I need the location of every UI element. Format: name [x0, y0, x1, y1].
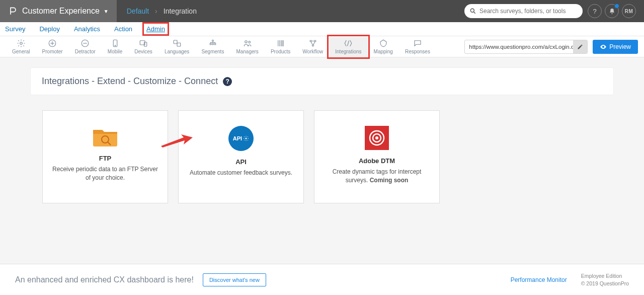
topbar: Customer Experience ▼ Default › Integrat…	[0, 0, 644, 22]
tab-deploy[interactable]: Deploy	[39, 25, 59, 33]
tab-analytics[interactable]: Analytics	[74, 25, 100, 33]
main-tabs: Survey Deploy Analytics Action Admin	[0, 22, 644, 36]
svg-point-26	[314, 40, 316, 42]
help-icon[interactable]: ?	[223, 77, 232, 86]
svg-point-19	[249, 41, 251, 43]
discover-button[interactable]: Discover what's new	[203, 273, 266, 286]
subtab-general[interactable]: General	[6, 37, 36, 57]
product-switcher[interactable]: Customer Experience ▼	[0, 0, 117, 22]
api-icon: API	[228, 126, 254, 151]
card-title: API	[235, 158, 247, 166]
notifications-button[interactable]	[605, 4, 619, 18]
mapping-icon	[379, 39, 388, 48]
products-icon	[276, 39, 285, 48]
notification-dot	[614, 4, 619, 9]
subtab-segments[interactable]: Segments	[195, 37, 230, 57]
pencil-icon	[577, 44, 583, 50]
svg-rect-13	[177, 43, 181, 46]
svg-point-18	[245, 41, 247, 43]
bell-icon	[609, 8, 615, 15]
breadcrumb-root[interactable]: Default	[127, 7, 149, 15]
card-title: FTP	[99, 155, 112, 162]
languages-icon	[173, 39, 182, 48]
breadcrumb: Default › Integration	[117, 7, 207, 15]
svg-line-1	[474, 12, 475, 14]
footer-meta: Employee Edition © 2019 QuestionPro	[581, 272, 629, 287]
product-name: Customer Experience	[22, 7, 100, 16]
preview-button[interactable]: Preview	[593, 40, 638, 54]
gear-icon	[17, 39, 26, 48]
svg-rect-11	[144, 42, 147, 46]
footer: An enhanced and enriched CX dashboard is…	[0, 264, 644, 295]
card-desc: Automate customer feedback surveys.	[190, 169, 292, 177]
avatar[interactable]: RM	[622, 4, 636, 18]
search-icon	[469, 8, 476, 15]
adobe-dtm-icon	[365, 126, 389, 150]
svg-point-30	[246, 138, 247, 139]
card-ftp[interactable]: FTP Receive periodic data to an FTP Serv…	[42, 110, 168, 203]
promoter-icon	[48, 39, 57, 48]
url-text[interactable]: https://www.questionpro.com/a/cxLogin.d	[465, 44, 573, 50]
svg-point-0	[470, 9, 474, 12]
svg-point-25	[310, 40, 311, 42]
subtab-promoter[interactable]: Promoter	[36, 37, 69, 57]
url-box: https://www.questionpro.com/a/cxLogin.d	[464, 40, 588, 54]
subtab-languages[interactable]: Languages	[158, 37, 196, 57]
subtab-mapping[interactable]: Mapping	[368, 37, 399, 57]
subtab-workflow[interactable]: Workflow	[296, 37, 329, 57]
sub-tabs: General Promoter Detractor Mobile Device…	[0, 36, 644, 57]
segments-icon	[208, 39, 217, 48]
breadcrumb-sep-icon: ›	[155, 7, 157, 15]
detractor-icon	[80, 39, 90, 48]
search-input[interactable]	[464, 4, 583, 18]
card-api[interactable]: API API Automate customer feedback surve…	[178, 110, 304, 203]
subtab-managers[interactable]: Managers	[230, 37, 264, 57]
performance-monitor-link[interactable]: Performance Monitor	[511, 276, 567, 283]
breadcrumb-current: Integration	[164, 7, 197, 15]
tab-survey[interactable]: Survey	[5, 25, 25, 33]
subtab-responses[interactable]: Responses	[399, 37, 436, 57]
eye-icon	[600, 43, 607, 50]
svg-rect-12	[174, 40, 177, 44]
mobile-icon	[111, 39, 120, 48]
card-desc: Create dynamic tags for intercept survey…	[324, 168, 430, 185]
svg-point-33	[375, 136, 378, 139]
svg-point-14	[212, 40, 213, 41]
card-adobe-dtm[interactable]: Adobe DTM Create dynamic tags for interc…	[314, 110, 440, 203]
card-desc: Receive periodic data to an FTP Server o…	[52, 165, 158, 182]
footer-msg: An enhanced and enriched CX dashboard is…	[15, 275, 194, 284]
devices-icon	[139, 39, 148, 48]
tab-admin[interactable]: Admin	[146, 25, 165, 33]
url-edit-button[interactable]	[573, 40, 587, 53]
integrations-icon	[344, 39, 353, 48]
svg-point-16	[212, 43, 213, 45]
page-title: Integrations - Extend - Customize - Conn…	[42, 76, 218, 87]
svg-point-9	[115, 45, 116, 46]
subtab-products[interactable]: Products	[265, 37, 296, 57]
caret-down-icon: ▼	[104, 9, 109, 14]
subtab-detractor[interactable]: Detractor	[69, 37, 102, 57]
logo-icon	[8, 6, 18, 16]
help-button[interactable]: ?	[588, 4, 602, 18]
red-arrow-icon	[158, 133, 194, 149]
ftp-folder-icon	[92, 126, 118, 148]
card-title: Adobe DTM	[359, 157, 395, 165]
responses-icon	[413, 39, 422, 48]
subtab-devices[interactable]: Devices	[128, 37, 158, 57]
subtab-mobile[interactable]: Mobile	[102, 37, 128, 57]
tab-action[interactable]: Action	[114, 25, 132, 33]
workflow-icon	[308, 39, 317, 48]
subtab-integrations[interactable]: Integrations	[329, 37, 367, 57]
svg-point-2	[20, 42, 23, 45]
page-header: Integrations - Extend - Customize - Conn…	[30, 67, 614, 95]
svg-point-17	[214, 43, 216, 45]
svg-point-27	[312, 45, 313, 46]
managers-icon	[243, 39, 252, 48]
svg-point-15	[210, 43, 211, 45]
